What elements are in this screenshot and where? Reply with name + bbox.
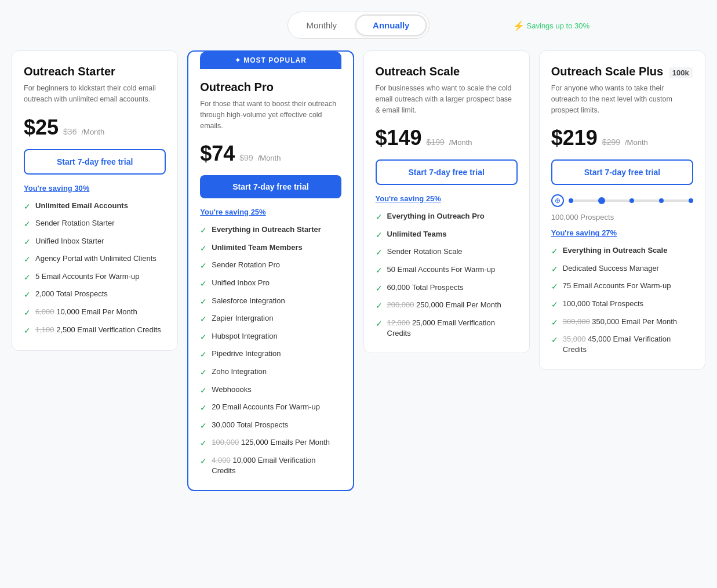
scale-plus-cta-button[interactable]: Start 7-day free trial (551, 159, 693, 185)
list-item: ✓ Everything in Outreach Starter (200, 224, 341, 237)
plans-grid: Outreach Starter For beginners to kickst… (12, 50, 705, 491)
check-icon: ✓ (24, 289, 31, 301)
check-icon: ✓ (200, 260, 207, 272)
feature-text: Sender Rotation Starter (35, 218, 115, 228)
pro-cta-button[interactable]: Start 7-day free trial (200, 175, 341, 198)
slider-dots (569, 199, 693, 202)
check-icon: ✓ (200, 402, 207, 414)
pro-price-period: /Month (258, 154, 281, 162)
list-item: ✓ Sender Rotation Pro (200, 260, 341, 272)
list-item: ✓ 20 Email Accounts For Warm-up (200, 402, 341, 414)
annually-toggle[interactable]: Annually (355, 14, 427, 36)
slider-track[interactable] (569, 199, 693, 202)
check-icon: ✓ (200, 332, 207, 343)
feature-text: 20 Email Accounts For Warm-up (212, 402, 320, 412)
check-icon: ✓ (551, 246, 558, 257)
list-item: ✓ Unlimited Teams (376, 229, 518, 241)
list-item: ✓ Agency Portal with Unlimited Clients (24, 253, 166, 266)
check-icon: ✓ (24, 219, 31, 230)
scale-plus-price-period: /Month (625, 138, 648, 147)
scale-plus-savings-text: You're saving 27% (551, 228, 693, 237)
check-icon: ✓ (24, 254, 31, 266)
scale-plan-name: Outreach Scale (376, 65, 518, 78)
starter-price-period: /Month (81, 128, 104, 136)
scale-price-period: /Month (449, 138, 472, 147)
starter-cta-button[interactable]: Start 7-day free trial (24, 149, 166, 175)
list-item: ✓ Zapier Intergration (200, 313, 341, 325)
check-icon: ✓ (551, 281, 558, 293)
list-item: ✓ 75 Email Accounts For Warm-up (551, 281, 693, 293)
slider-dot (689, 198, 693, 203)
feature-text: Unlimited Teams (387, 229, 447, 239)
list-item: ✓ 30,000 Total Prospects (200, 420, 341, 432)
check-icon: ✓ (200, 278, 207, 290)
feature-text: Dedicated Success Manager (563, 263, 659, 274)
feature-text: 30,000 Total Prospects (212, 420, 288, 430)
feature-text: Salesforce Integration (212, 296, 285, 306)
plan-starter: Outreach Starter For beginners to kickst… (12, 50, 178, 351)
list-item: ✓ Webhoooks (200, 384, 341, 397)
check-icon: ✓ (376, 212, 383, 223)
scale-cta-button[interactable]: Start 7-day free trial (376, 159, 518, 185)
badge-100k: 100k (669, 67, 693, 78)
feature-text: 12,000 25,000 Email Verification Credits (387, 318, 518, 339)
slider-dot (659, 198, 664, 203)
feature-text: Unified Inbox Starter (35, 236, 104, 246)
feature-text: Sender Rotation Pro (212, 260, 280, 270)
check-icon: ✓ (376, 265, 383, 277)
list-item: ✓ 200,000 250,000 Email Per Month (376, 300, 518, 312)
scale-plus-price-current: $219 (551, 126, 598, 150)
plan-scale: Outreach Scale For businesses who want t… (363, 50, 530, 353)
pro-price-row: $74 $99 /Month (200, 141, 341, 166)
scale-plus-plan-desc: For anyone who wants to take their outre… (551, 83, 693, 115)
list-item: ✓ Sender Rotation Scale (376, 246, 518, 259)
feature-text: 100,000 Total Prospects (563, 299, 643, 309)
slider-dot (629, 198, 634, 203)
check-icon: ✓ (200, 243, 207, 255)
starter-price-current: $25 (24, 115, 59, 140)
list-item: ✓ 100,000 125,000 Emails Per Month (200, 437, 341, 449)
plan-pro: ✦ MOST POPULAR Outreach Pro For those th… (187, 50, 354, 491)
list-item: ✓ 1,100 2,500 Email Verification Credits (24, 325, 166, 337)
savings-icon: ⚡ (513, 20, 525, 31)
pro-price-current: $74 (200, 141, 235, 166)
list-item: ✓ Unlimited Team Members (200, 242, 341, 255)
check-icon: ✓ (24, 307, 31, 319)
feature-text: 6,000 10,000 Email Per Month (35, 307, 137, 317)
list-item: ✓ Pipedrive Integration (200, 349, 341, 361)
savings-badge: ⚡ Savings up to 30% (513, 20, 589, 31)
check-icon: ✓ (376, 230, 383, 241)
list-item: ✓ Sender Rotation Starter (24, 218, 166, 230)
feature-text: 1,100 2,500 Email Verification Credits (35, 325, 161, 335)
feature-text: 75 Email Accounts For Warm-up (563, 281, 671, 291)
list-item: ✓ 4,000 10,000 Email Verification Credit… (200, 455, 341, 476)
starter-price-original: $36 (63, 127, 77, 136)
pro-features-list: ✓ Everything in Outreach Starter ✓ Unlim… (200, 224, 341, 476)
pro-price-original: $99 (239, 153, 253, 162)
feature-text: Zapier Intergration (212, 313, 273, 324)
check-icon: ✓ (376, 318, 383, 330)
feature-text: Agency Portal with Unlimited Clients (35, 253, 156, 264)
feature-text: Unlimited Team Members (212, 242, 303, 253)
check-icon: ✓ (200, 314, 207, 325)
pro-plan-desc: For those that want to boost their outre… (200, 99, 341, 131)
check-icon: ✓ (24, 325, 31, 337)
check-icon: ✓ (200, 420, 207, 432)
list-item: ✓ 35,000 45,000 Email Verification Credi… (551, 334, 693, 355)
monthly-toggle[interactable]: Monthly (290, 14, 354, 36)
starter-savings-text: You're saving 30% (24, 184, 166, 193)
scale-plus-features-list: ✓ Everything in Outreach Scale ✓ Dedicat… (551, 245, 693, 355)
starter-plan-desc: For beginners to kickstart their cold em… (24, 83, 166, 105)
check-icon: ✓ (200, 456, 207, 467)
list-item: ✓ Dedicated Success Manager (551, 263, 693, 275)
list-item: ✓ Unified Inbox Pro (200, 278, 341, 290)
check-icon: ✓ (551, 317, 558, 329)
starter-plan-name: Outreach Starter (24, 65, 166, 78)
starter-price-row: $25 $36 /Month (24, 115, 166, 140)
starter-features-list: ✓ Unlimited Email Accounts ✓ Sender Rota… (24, 201, 166, 337)
check-icon: ✓ (200, 225, 207, 237)
scale-plan-desc: For businesses who want to scale the col… (376, 83, 518, 115)
check-icon: ✓ (200, 349, 207, 361)
feature-text: Pipedrive Integration (212, 349, 281, 359)
feature-text: Everything in Outreach Starter (212, 224, 321, 235)
